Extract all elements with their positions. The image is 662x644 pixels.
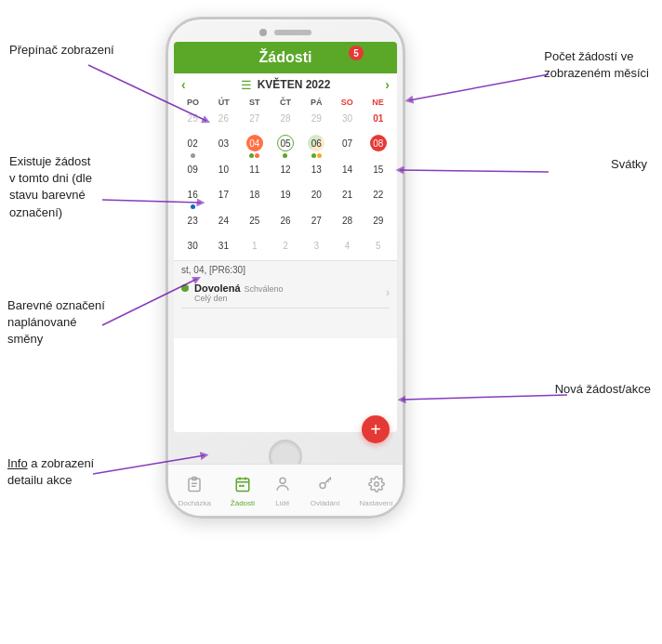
detail-bar: st, 04, [PR6:30] Dovolená Schváleno Celý…: [174, 260, 397, 338]
table-row[interactable]: 14: [332, 160, 362, 184]
detail-status: Schváleno: [245, 284, 284, 294]
power-button: [404, 122, 405, 150]
table-row[interactable]: 01: [364, 109, 393, 133]
table-row[interactable]: 13: [301, 160, 331, 184]
table-row[interactable]: 09: [178, 160, 207, 184]
annotation-pocet: Počet žádostí vezobrazeném měsíci: [544, 48, 649, 82]
detail-status-dot: [181, 284, 189, 292]
annotation-nova-zadost: Nová žádost/akce: [555, 381, 651, 398]
header-st: ST: [239, 96, 270, 109]
table-row[interactable]: 08: [364, 134, 393, 159]
header-ut: ÚT: [208, 96, 239, 109]
table-row[interactable]: 2: [271, 236, 300, 260]
info-link-text: Info: [7, 456, 28, 470]
detail-title: Dovolená: [194, 283, 241, 294]
annotation-info: Info a zobrazenídetailu akce: [7, 455, 94, 489]
table-row[interactable]: 06: [301, 134, 331, 159]
table-row[interactable]: 29: [301, 109, 331, 133]
speaker-bar: [274, 30, 311, 35]
table-row[interactable]: 27: [240, 109, 270, 133]
calendar-grid: 25 26 27 28 29 30 01 02 03 04 05: [174, 109, 397, 260]
table-row[interactable]: 27: [301, 211, 331, 235]
annotation-svatky: Svátky: [611, 156, 647, 173]
table-row[interactable]: 26: [271, 211, 300, 235]
table-row[interactable]: 26: [208, 109, 238, 133]
table-row[interactable]: 05: [271, 134, 300, 159]
table-row[interactable]: 23: [178, 211, 207, 235]
badge-count: 5: [349, 46, 364, 60]
table-row[interactable]: 1: [240, 236, 270, 260]
table-row[interactable]: 21: [332, 185, 362, 210]
phone-device: Žádosti 5 ‹ ☰ KVĚTEN 2022 › PO ÚT ST ČT …: [166, 17, 405, 519]
vol-down-button: [166, 138, 167, 157]
table-row[interactable]: 12: [271, 160, 300, 184]
annotation-existuje: Existuje žádostv tomto dni (dlestavu bar…: [9, 153, 92, 221]
phone-body: Žádosti 5 ‹ ☰ KVĚTEN 2022 › PO ÚT ST ČT …: [166, 17, 405, 519]
table-row[interactable]: 20: [301, 185, 331, 210]
annotation-barevne: Barevné označenínaplánované směny: [7, 297, 114, 348]
annotation-prepinac: Přepínač zobrazení: [9, 42, 114, 59]
chevron-right-icon: ›: [386, 286, 390, 299]
table-row[interactable]: 28: [332, 211, 362, 235]
new-request-fab-button[interactable]: +: [362, 415, 390, 432]
header-so: SO: [332, 96, 363, 109]
detail-item[interactable]: Dovolená Schváleno Celý den ›: [181, 278, 390, 309]
prev-month-button[interactable]: ‹: [181, 77, 186, 92]
table-row[interactable]: 30: [332, 109, 362, 133]
list-view-toggle[interactable]: ☰: [241, 78, 252, 92]
app-header: Žádosti 5: [174, 42, 397, 73]
table-row[interactable]: 19: [271, 185, 300, 210]
table-row[interactable]: 07: [332, 134, 362, 159]
table-row[interactable]: 15: [364, 160, 393, 184]
table-row[interactable]: 30: [178, 236, 207, 260]
month-title: KVĚTEN 2022: [258, 78, 331, 91]
table-row[interactable]: 3: [301, 236, 331, 260]
table-row[interactable]: 28: [271, 109, 300, 133]
table-row[interactable]: 25: [178, 109, 207, 133]
svg-line-19: [400, 170, 549, 172]
detail-subtitle: Celý den: [194, 294, 284, 303]
detail-date-label: st, 04, [PR6:30]: [181, 265, 390, 278]
table-row[interactable]: 29: [364, 211, 393, 235]
table-row[interactable]: 31: [208, 236, 238, 260]
header-po: PO: [178, 96, 208, 109]
table-row[interactable]: 04: [240, 134, 270, 159]
table-row[interactable]: 10: [208, 160, 238, 184]
table-row[interactable]: 17: [208, 185, 238, 210]
svg-line-21: [402, 395, 567, 400]
table-row[interactable]: 25: [240, 211, 270, 235]
header-pa: PÁ: [301, 96, 332, 109]
table-row[interactable]: 24: [208, 211, 238, 235]
table-row[interactable]: 4: [332, 236, 362, 260]
table-row[interactable]: 03: [208, 134, 238, 159]
table-row[interactable]: 22: [364, 185, 393, 210]
camera-dot: [259, 29, 267, 36]
app-title: Žádosti: [259, 49, 312, 65]
table-row[interactable]: 16: [178, 185, 207, 210]
detail-item-left: Dovolená Schváleno Celý den: [181, 283, 284, 303]
phone-top-bar: [168, 20, 403, 42]
svg-line-17: [409, 74, 549, 100]
calendar-nav: ‹ ☰ KVĚTEN 2022 ›: [174, 73, 397, 96]
header-ct: ČT: [270, 96, 300, 109]
table-row[interactable]: 5: [364, 236, 393, 260]
header-ne: NE: [363, 96, 393, 109]
table-row[interactable]: 02: [178, 134, 207, 159]
vol-up-button: [166, 112, 167, 131]
calendar-day-headers: PO ÚT ST ČT PÁ SO NE: [174, 96, 397, 109]
next-month-button[interactable]: ›: [385, 77, 390, 92]
table-row[interactable]: 18: [240, 185, 270, 210]
table-row[interactable]: 11: [240, 160, 270, 184]
phone-screen: Žádosti 5 ‹ ☰ KVĚTEN 2022 › PO ÚT ST ČT …: [174, 42, 397, 432]
